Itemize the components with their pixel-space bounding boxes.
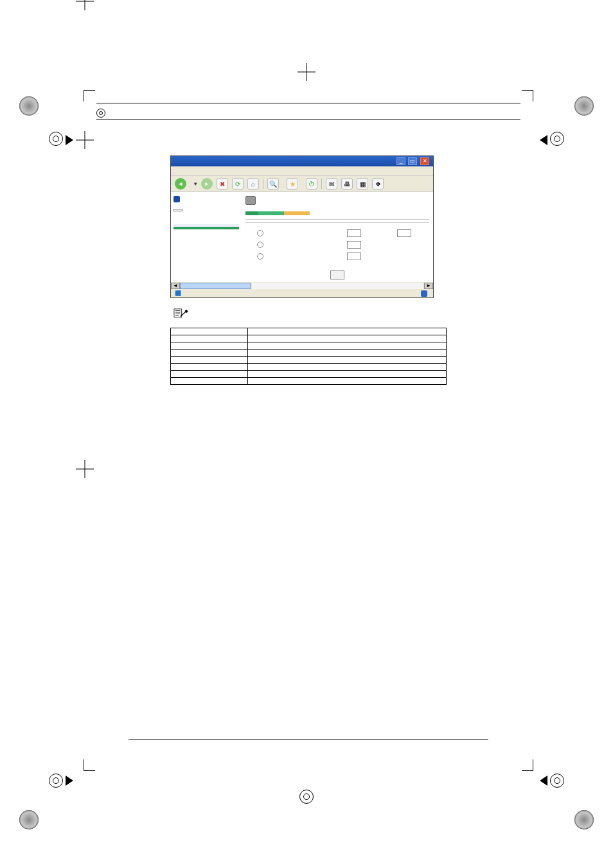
- page-header: [96, 106, 520, 120]
- crop-ring-icon: [49, 132, 63, 146]
- header-rule: [96, 120, 520, 120]
- header-ring-icon: [96, 109, 105, 118]
- table-row: [245, 251, 429, 263]
- discuss-icon[interactable]: ❖: [372, 178, 384, 190]
- copies-input[interactable]: [347, 252, 361, 260]
- cell-owner: [315, 228, 329, 240]
- close-button[interactable]: ✕: [420, 157, 429, 165]
- home-icon[interactable]: ⌂: [247, 178, 259, 190]
- param-desc: [248, 378, 447, 385]
- back-icon[interactable]: ◄: [175, 178, 186, 190]
- back-dropdown-icon[interactable]: ▾: [194, 181, 197, 187]
- cell-jobid: [276, 240, 289, 251]
- cell-job: [302, 240, 315, 251]
- param-desc: [248, 357, 447, 364]
- favorites-icon[interactable]: ★: [287, 178, 298, 190]
- param-row: [171, 378, 447, 385]
- intranet-icon: [421, 290, 427, 297]
- param-item: [171, 342, 248, 350]
- cell-jobtype: [289, 240, 303, 251]
- crop-ring-icon: [550, 132, 564, 146]
- th-item: [171, 328, 248, 335]
- note-icon: [173, 307, 190, 320]
- param-item: [171, 350, 248, 357]
- status-done: 🟦: [175, 290, 181, 297]
- minimize-button[interactable]: _: [396, 157, 405, 165]
- stop-icon[interactable]: ✖: [217, 178, 228, 190]
- param-item: [171, 378, 248, 385]
- copies-input[interactable]: [347, 229, 361, 237]
- history-icon[interactable]: ⏱: [306, 178, 317, 190]
- browser-toolbar: ◄ ▾ ► ✖ ⟳ ⌂ 🔍 ★ ⏱ ✉ 🖶 ▦ ❖: [171, 175, 433, 192]
- param-desc: [248, 364, 447, 371]
- horizontal-scrollbar[interactable]: ◄ ►: [171, 282, 433, 290]
- print-icon[interactable]: 🖶: [341, 178, 353, 190]
- param-row: [171, 364, 447, 371]
- tab-system[interactable]: [245, 211, 258, 215]
- brand-logo-icon: [173, 196, 180, 202]
- scroll-thumb[interactable]: [180, 283, 251, 289]
- crop-ring-icon: [299, 790, 314, 804]
- scroll-right-icon[interactable]: ►: [424, 283, 433, 289]
- header-rule: [96, 103, 520, 103]
- main-panel: [242, 192, 433, 282]
- scroll-left-icon[interactable]: ◄: [171, 283, 180, 289]
- footer-rule: [129, 739, 488, 740]
- window-buttons: _ ▭ ✕: [395, 157, 429, 165]
- mail-icon[interactable]: ✉: [326, 178, 337, 190]
- cell-jobtype: [289, 251, 303, 263]
- screenshot-window: _ ▭ ✕ ◄ ▾ ► ✖ ⟳ ⌂ 🔍 ★ ⏱: [170, 155, 434, 298]
- crop-disc-icon: [574, 96, 594, 116]
- tab-accounting[interactable]: [297, 211, 310, 215]
- param-desc: [248, 335, 447, 342]
- submit-button[interactable]: [330, 270, 344, 279]
- search-icon[interactable]: 🔍: [267, 178, 279, 190]
- stored-jobs-table: [245, 226, 429, 263]
- job-radio[interactable]: [257, 253, 263, 260]
- status-zone: [421, 290, 429, 297]
- maximize-button[interactable]: ▭: [408, 157, 417, 165]
- crop-ring-icon: [49, 774, 63, 788]
- param-row: [171, 371, 447, 378]
- param-row: [171, 335, 447, 342]
- tab-job[interactable]: [258, 211, 271, 215]
- sidebar-capture-print-job[interactable]: [173, 232, 239, 235]
- cell-jobid: [276, 228, 289, 240]
- menu-bar: [171, 166, 433, 175]
- nav-tabs: [245, 211, 429, 215]
- crop-ring-icon: [550, 774, 564, 788]
- sidebar: [171, 192, 242, 282]
- table-row: [245, 228, 429, 240]
- copies-input[interactable]: [347, 241, 361, 249]
- crop-arrow-icon: [66, 775, 73, 786]
- crop-disc-icon: [19, 96, 39, 116]
- cell-jobid: [276, 251, 289, 263]
- refresh-icon[interactable]: ⟳: [232, 178, 244, 190]
- table-row: [245, 240, 429, 251]
- edit-icon[interactable]: ▦: [357, 178, 368, 190]
- tab-network[interactable]: [284, 211, 297, 215]
- crop-cross-icon: [298, 63, 315, 81]
- crop-disc-icon: [574, 810, 594, 829]
- printer-icon: [245, 196, 256, 205]
- cell-jobtype: [289, 228, 303, 240]
- th-description: [248, 328, 447, 335]
- job-radio[interactable]: [257, 230, 263, 236]
- param-item: [171, 335, 248, 342]
- job-radio[interactable]: [257, 242, 263, 248]
- param-desc: [248, 350, 447, 357]
- tab-print[interactable]: [271, 211, 284, 215]
- status-bar: 🟦: [171, 290, 433, 297]
- brand: [173, 196, 239, 202]
- crop-arrow-icon: [540, 135, 547, 145]
- pin-input[interactable]: [397, 229, 411, 237]
- window-titlebar: _ ▭ ✕: [171, 156, 433, 166]
- crop-cross-icon: [76, 131, 94, 149]
- param-desc: [248, 371, 447, 378]
- param-desc: [248, 342, 447, 350]
- parameters-table: [170, 328, 447, 385]
- param-item: [171, 371, 248, 378]
- cell-job: [302, 251, 315, 263]
- forward-icon[interactable]: ►: [201, 178, 213, 190]
- logout-button[interactable]: [173, 209, 182, 211]
